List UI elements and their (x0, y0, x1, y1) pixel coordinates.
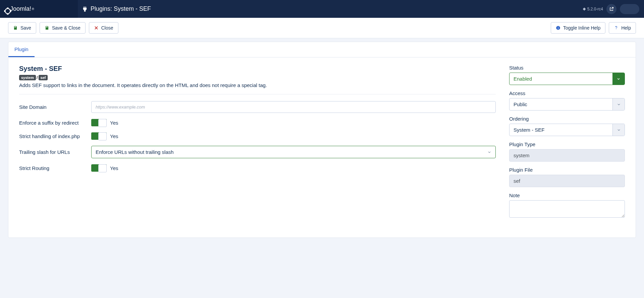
plugin-type-value: system (509, 149, 625, 162)
field-strict-routing: Strict Routing Yes (19, 164, 496, 172)
info-icon (556, 26, 560, 30)
plugin-type-label: Plugin Type (509, 141, 625, 147)
toggle-inline-help-button[interactable]: Toggle Inline Help (551, 22, 605, 34)
site-domain-label: Site Domain (19, 104, 85, 110)
plugin-file-label: Plugin File (509, 167, 625, 173)
field-status: Status Enabled (509, 65, 625, 85)
field-site-domain: Site Domain (19, 101, 496, 113)
site-domain-input[interactable] (91, 101, 496, 113)
status-label: Status (509, 65, 625, 71)
trailing-slash-label: Trailing slash for URLs (19, 149, 85, 155)
note-textarea[interactable] (509, 200, 625, 218)
save-close-button[interactable]: Save & Close (40, 22, 86, 34)
chevron-down-icon (612, 73, 625, 85)
brand[interactable]: Joomla!® (0, 0, 78, 18)
note-label: Note (509, 193, 625, 198)
enforce-suffix-value: Yes (110, 120, 118, 126)
enforce-suffix-label: Enforce a suffix by redirect (19, 120, 85, 126)
plug-icon (82, 6, 88, 12)
joomla-logo-icon (3, 7, 8, 11)
close-icon (94, 26, 99, 30)
status-select[interactable]: Enabled (509, 73, 625, 85)
access-label: Access (509, 90, 625, 96)
strict-index-label: Strict handling of index.php (19, 133, 85, 139)
field-access: Access Public (509, 90, 625, 111)
enforce-suffix-toggle[interactable] (91, 119, 107, 126)
strict-index-toggle[interactable] (91, 132, 107, 140)
chevron-down-icon (612, 98, 625, 110)
chevron-down-icon (612, 124, 625, 136)
page-title: Plugins: System - SEF (91, 5, 151, 12)
save-button[interactable]: Save (8, 22, 36, 34)
user-menu[interactable] (620, 4, 639, 14)
page-title-area: Plugins: System - SEF (78, 5, 151, 12)
ordering-label: Ordering (509, 116, 625, 122)
content-card: Plugin System - SEF system/sef Adds SEF … (8, 42, 636, 238)
strict-index-value: Yes (110, 133, 118, 139)
brand-text: Joomla!® (10, 5, 34, 12)
field-note: Note (509, 193, 625, 219)
help-icon (614, 26, 619, 30)
field-trailing-slash: Trailing slash for URLs Enforce URLs wit… (19, 146, 496, 158)
badge-group: system (19, 75, 36, 80)
help-button[interactable]: Help (609, 22, 636, 34)
field-enforce-suffix: Enforce a suffix by redirect Yes (19, 119, 496, 126)
plugin-badges: system/sef (19, 75, 496, 80)
strict-routing-value: Yes (110, 165, 118, 171)
plugin-description: Adds SEF support to links in the documen… (19, 82, 496, 88)
save-icon (45, 26, 49, 30)
side-column: Status Enabled Access Public (509, 65, 625, 224)
strict-routing-label: Strict Routing (19, 165, 85, 171)
ordering-select[interactable]: System - SEF (509, 124, 625, 136)
tabs: Plugin (8, 42, 636, 57)
save-icon (13, 26, 18, 30)
access-select[interactable]: Public (509, 98, 625, 111)
external-link-button[interactable] (606, 4, 616, 14)
field-plugin-file: Plugin File sef (509, 167, 625, 187)
chevron-down-icon (483, 146, 495, 158)
toolbar: Save Save & Close Close Toggle Inline He… (0, 18, 644, 38)
close-button[interactable]: Close (89, 22, 118, 34)
badge-element: sef (39, 75, 48, 80)
field-ordering: Ordering System - SEF (509, 116, 625, 136)
plugin-title: System - SEF (19, 65, 496, 73)
top-bar: Joomla!® Plugins: System - SEF 5.2.0-rc4 (0, 0, 644, 18)
field-strict-index: Strict handling of index.php Yes (19, 132, 496, 140)
field-plugin-type: Plugin Type system (509, 141, 625, 162)
trailing-slash-select[interactable]: Enforce URLs without trailing slash (91, 146, 496, 158)
version-text[interactable]: 5.2.0-rc4 (583, 7, 603, 11)
tab-plugin[interactable]: Plugin (8, 42, 35, 57)
top-right: 5.2.0-rc4 (583, 4, 644, 14)
strict-routing-toggle[interactable] (91, 164, 107, 172)
main-column: System - SEF system/sef Adds SEF support… (19, 65, 496, 224)
plugin-file-value: sef (509, 175, 625, 187)
